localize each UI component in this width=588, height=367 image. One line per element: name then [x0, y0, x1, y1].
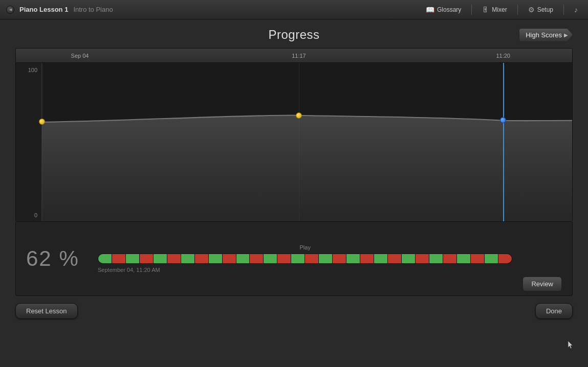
- pb-segment-22: [402, 254, 416, 263]
- pb-segment-25: [443, 254, 457, 263]
- glossary-label: Glossary: [437, 6, 461, 13]
- reset-label: Reset Lesson: [26, 307, 67, 315]
- bottom-panel: 62 % Play September 04, 11:20 AM Review: [15, 222, 573, 296]
- pb-segment-16: [319, 254, 333, 263]
- chart-col1-label: Sep 04: [41, 49, 118, 62]
- current-position-line: [503, 63, 504, 222]
- pb-segment-24: [429, 254, 443, 263]
- done-label: Done: [546, 307, 562, 315]
- y-max-label: 100: [28, 67, 37, 73]
- done-button[interactable]: Done: [535, 303, 573, 319]
- divider-3: [563, 5, 564, 15]
- topbar: Piano Lesson 1 Intro to Piano 📖 Glossary…: [0, 0, 588, 19]
- score-display: 62 %: [26, 246, 88, 271]
- y-min-label: 0: [34, 212, 37, 218]
- pb-segment-10: [236, 254, 250, 263]
- pb-segment-3: [140, 254, 154, 263]
- main-content: Progress High Scores Sep 04 11:17 11:20: [0, 19, 588, 326]
- glossary-nav[interactable]: 📖 Glossary: [422, 4, 465, 16]
- pb-segment-12: [264, 254, 277, 263]
- page-title: Progress: [268, 28, 319, 42]
- pb-segment-0: [98, 254, 112, 263]
- lesson-title: Piano Lesson 1: [19, 6, 68, 13]
- progress-chart: Sep 04 11:17 11:20 100 0: [15, 48, 573, 222]
- reset-lesson-button[interactable]: Reset Lesson: [15, 303, 78, 319]
- bottom-buttons: Reset Lesson Done: [15, 296, 573, 326]
- mixer-icon: 🎚: [482, 6, 489, 14]
- pb-segment-14: [291, 254, 305, 263]
- pb-segment-13: [277, 254, 291, 263]
- pb-segment-27: [471, 254, 485, 263]
- pb-segment-7: [195, 254, 209, 263]
- setup-nav[interactable]: ⚙ Setup: [524, 4, 557, 16]
- play-label: Play: [299, 244, 310, 250]
- chart-body: 100 0: [16, 63, 572, 222]
- pb-segment-11: [250, 254, 264, 263]
- lesson-subtitle: Intro to Piano: [73, 6, 113, 13]
- glossary-icon: 📖: [426, 6, 434, 14]
- pb-segment-28: [485, 254, 498, 263]
- mouse-cursor: [568, 340, 574, 350]
- data-point-3: [500, 117, 506, 123]
- chart-col2-label: 11:17: [278, 49, 319, 62]
- playback-area: Play September 04, 11:20 AM: [98, 244, 512, 273]
- pb-segment-9: [223, 254, 236, 263]
- mixer-nav[interactable]: 🎚 Mixer: [478, 4, 511, 16]
- pb-segment-18: [346, 254, 360, 263]
- pb-segment-5: [167, 254, 181, 263]
- divider-1: [471, 5, 472, 15]
- pb-segment-20: [374, 254, 388, 263]
- pb-segment-8: [209, 254, 223, 263]
- pb-segment-19: [360, 254, 374, 263]
- progress-title-row: Progress High Scores: [15, 19, 573, 48]
- review-label: Review: [531, 280, 553, 288]
- chart-svg: [42, 63, 572, 222]
- pb-segment-29: [498, 254, 512, 263]
- pb-segment-1: [112, 254, 126, 263]
- mixer-label: Mixer: [492, 6, 507, 13]
- music-nav[interactable]: ♪: [570, 4, 582, 16]
- chart-plot-area: [41, 63, 572, 222]
- progress-bar[interactable]: [98, 254, 512, 264]
- review-button[interactable]: Review: [522, 277, 562, 291]
- divider-2: [517, 5, 518, 15]
- session-date: September 04, 11:20 AM: [98, 267, 160, 273]
- y-axis: 100 0: [16, 63, 41, 222]
- pb-segment-2: [126, 254, 140, 263]
- gear-icon: ⚙: [528, 6, 535, 14]
- setup-label: Setup: [537, 6, 553, 13]
- high-scores-button[interactable]: High Scores: [519, 28, 573, 42]
- pb-segment-21: [388, 254, 402, 263]
- back-button[interactable]: [6, 6, 14, 14]
- pb-segment-26: [457, 254, 471, 263]
- pb-segment-17: [333, 254, 346, 263]
- high-scores-label: High Scores: [526, 31, 562, 39]
- pb-segment-6: [181, 254, 195, 263]
- data-point-1: [39, 119, 45, 125]
- chart-col3-label: 11:20: [483, 49, 524, 62]
- pb-segment-15: [305, 254, 319, 263]
- pb-segment-23: [416, 254, 429, 263]
- pb-segment-4: [154, 254, 167, 263]
- music-icon: ♪: [574, 6, 578, 14]
- chart-header: Sep 04 11:17 11:20: [16, 49, 572, 63]
- data-point-2: [296, 112, 302, 119]
